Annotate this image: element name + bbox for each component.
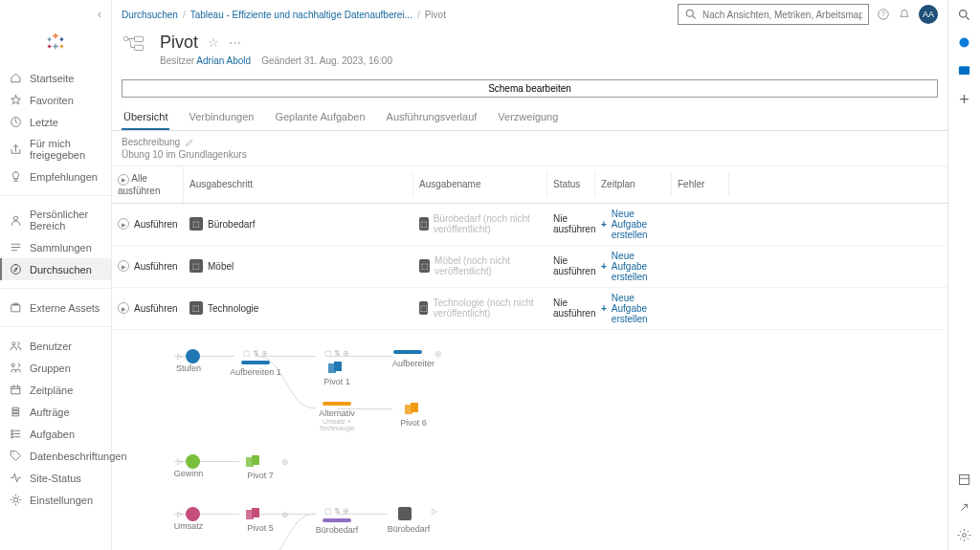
sidebar-item-tasks[interactable]: Aufgaben	[0, 423, 111, 445]
node-label: Aufbereiter	[385, 359, 442, 368]
flow-node-pivot6[interactable]: Pivot 6	[385, 402, 442, 428]
sidebar-item-coll[interactable]: Sammlungen	[0, 236, 111, 258]
new-task-link[interactable]: Neue Aufgabe erstellen	[612, 293, 666, 324]
owner-link[interactable]: Adrian Abold	[196, 55, 251, 66]
node-label: Stufen	[160, 363, 217, 373]
flow-node-pivot5[interactable]: ⊕Pivot 5	[232, 507, 289, 533]
sidebar-item-share[interactable]: Für mich freigegeben	[0, 133, 111, 165]
sidebar-collapse[interactable]: ‹	[88, 6, 111, 23]
sidebar-item-label: Startseite	[30, 73, 74, 84]
favorite-star-icon[interactable]: ☆	[208, 35, 219, 50]
help-icon[interactable]: ?	[877, 8, 890, 21]
breadcrumb: Durchsuchen / Tableau - Effiziente und n…	[122, 10, 446, 20]
sidebar-item-compass[interactable]: Durchsuchen	[0, 258, 111, 280]
flow-node-stufen[interactable]: ▷Stufen	[160, 349, 217, 373]
node-label: Gewinn	[160, 469, 217, 478]
outlook-icon[interactable]	[957, 63, 971, 77]
edit-schema-button[interactable]: Schema bearbeiten	[122, 79, 938, 98]
tasks-icon	[10, 428, 22, 440]
more-actions-icon[interactable]: ⋯	[229, 35, 241, 50]
tab-1[interactable]: Verbindungen	[187, 105, 256, 130]
flow-node-pivot7[interactable]: ⊕Pivot 7	[232, 454, 289, 480]
svg-rect-4	[135, 36, 144, 41]
sidebar-item-gear[interactable]: Einstellungen	[0, 489, 111, 511]
sidebar-item-star[interactable]: Favoriten	[0, 89, 111, 111]
home-icon	[10, 72, 22, 84]
edit-icon[interactable]	[185, 138, 194, 147]
node-label: Umsatz	[160, 521, 217, 531]
search-box[interactable]	[678, 4, 869, 25]
share-icon	[10, 143, 22, 156]
sidebar-item-label: Sammlungen	[30, 242, 92, 253]
sidebar-item-label: Site-Status	[30, 473, 81, 484]
flow-node-alt[interactable]: AlternativUmsatz + Technologie	[308, 402, 366, 431]
description: Beschreibung Übung 10 im Grundlagenkurs	[112, 131, 947, 165]
output-db-icon: ⬚	[419, 259, 430, 273]
flow-canvas[interactable]: ▷Stufen▢ ⇅ ⊕Aufbereiten 1▢ ⇅ ⊕Pivot 1⊕Au…	[112, 330, 947, 551]
sidebar-item-jobs[interactable]: Aufträge	[0, 401, 111, 423]
crumb-explore[interactable]: Durchsuchen	[122, 10, 178, 20]
gear-icon	[10, 494, 22, 506]
sidebar-item-ext[interactable]: Externe Assets	[0, 297, 111, 319]
sidebar-item-users[interactable]: Benutzer	[0, 335, 111, 357]
new-task-link[interactable]: Neue Aufgabe erstellen	[612, 251, 666, 282]
add-app-icon[interactable]: +	[959, 91, 969, 108]
search-icon[interactable]	[957, 8, 971, 22]
flow-node-buero_o[interactable]: ▷Bürobedarf	[380, 507, 437, 534]
bell-icon[interactable]	[898, 8, 911, 21]
user-icon	[10, 214, 22, 227]
flow-node-buero_s[interactable]: ▢ ⇅ ⊕Bürobedarf	[308, 507, 366, 535]
settings-icon[interactable]	[957, 528, 971, 542]
sidebar-item-sched[interactable]: Zeitpläne	[0, 379, 111, 401]
sidebar-item-label: Benutzer	[30, 341, 72, 352]
search-input[interactable]	[702, 10, 862, 20]
svg-rect-7	[334, 362, 342, 371]
svg-point-17	[960, 38, 969, 48]
flow-node-aufber[interactable]: ⊕Aufbereiter	[385, 349, 442, 368]
sidebar-item-label: Externe Assets	[30, 302, 100, 314]
run-icon[interactable]: ▶	[118, 218, 129, 230]
run-all-icon[interactable]: ▶	[118, 174, 129, 186]
panel-icon[interactable]	[957, 473, 971, 487]
sidebar-item-status[interactable]: Site-Status	[0, 467, 111, 489]
node-label: Pivot 6	[385, 418, 442, 428]
page-title: Pivot ☆ ⋯	[160, 33, 392, 53]
label-icon	[10, 450, 22, 462]
run-icon[interactable]: ▶	[118, 302, 129, 314]
flow-icon	[122, 33, 150, 55]
sidebar-item-bulb[interactable]: Empfehlungen	[0, 165, 111, 187]
search-icon	[684, 8, 698, 21]
flow-node-pivot1[interactable]: ▢ ⇅ ⊕Pivot 1	[308, 349, 366, 386]
sidebar: ‹ StartseiteFavoritenLetzteFür mich frei…	[0, 0, 112, 550]
sidebar-item-group[interactable]: Gruppen	[0, 357, 111, 379]
flow-node-gewinn[interactable]: ▷Gewinn	[160, 454, 217, 478]
users-icon	[10, 340, 22, 352]
flow-node-aufb1[interactable]: ▢ ⇅ ⊕Aufbereiten 1	[227, 349, 284, 377]
crumb-project[interactable]: Tableau - Effiziente und nachhaltige Dat…	[190, 10, 412, 20]
avatar[interactable]: AA	[919, 5, 938, 24]
svg-point-3	[123, 36, 128, 41]
tab-2[interactable]: Geplante Aufgaben	[273, 105, 367, 130]
sidebar-item-label: Favoriten	[30, 95, 74, 106]
sidebar-item-home[interactable]: Startseite	[0, 67, 111, 89]
svg-rect-9	[411, 403, 418, 412]
group-icon	[10, 362, 22, 374]
open-icon[interactable]	[957, 500, 971, 515]
tab-3[interactable]: Ausführungsverlauf	[385, 105, 479, 130]
sidebar-item-label: Letzte	[30, 117, 58, 128]
tab-0[interactable]: Übersicht	[122, 105, 169, 130]
sidebar-item-label[interactable]: Datenbeschriftungen	[0, 445, 111, 467]
run-icon[interactable]: ▶	[118, 260, 129, 272]
new-task-link[interactable]: Neue Aufgabe erstellen	[612, 209, 666, 240]
sidebar-item-clock[interactable]: Letzte	[0, 111, 111, 133]
sidebar-item-label: Für mich freigegeben	[30, 138, 101, 161]
output-step-icon: ⬚	[189, 259, 203, 273]
status-icon	[10, 472, 22, 484]
table-header: ▶ Alle ausführen Ausgabeschritt Ausgaben…	[112, 166, 947, 204]
sidebar-item-label: Persönlicher Bereich	[30, 209, 101, 231]
sidebar-item-user[interactable]: Persönlicher Bereich	[0, 204, 111, 236]
flow-node-umsatz[interactable]: ▷Umsatz	[160, 507, 217, 531]
sidebar-item-label: Empfehlungen	[30, 171, 98, 183]
copilot-icon[interactable]	[957, 35, 971, 50]
tab-4[interactable]: Verzweigung	[496, 105, 560, 130]
